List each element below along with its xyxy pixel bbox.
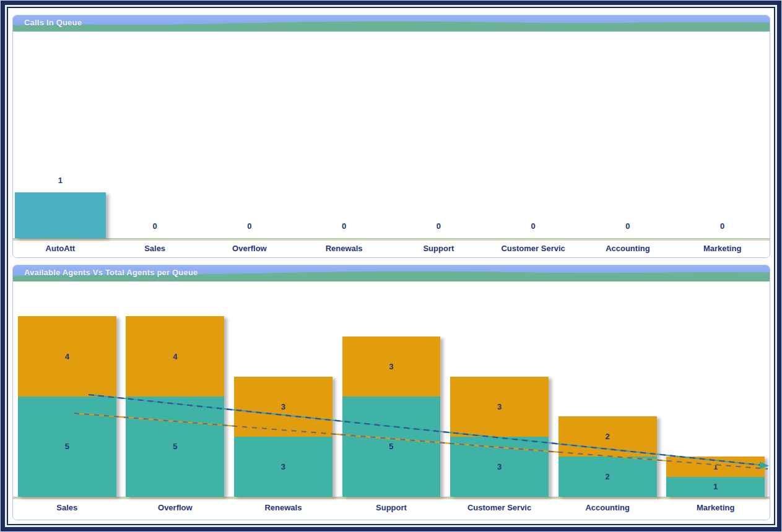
stacked-bar-customer-servic: 33 (450, 377, 549, 497)
segment-available-agents: 2 (558, 457, 657, 497)
category-label: AutoAtt (13, 244, 108, 254)
category-slot-renewals: 33Renewals (229, 281, 337, 520)
segment-total-agents: 3 (450, 377, 549, 437)
bar-autoatt (15, 192, 106, 238)
stacked-bar-marketing: 11 (666, 457, 765, 497)
value-label: 0 (486, 221, 581, 231)
category-label: Support (391, 244, 486, 254)
category-slot-renewals: 0Renewals (297, 32, 391, 257)
category-slot-support: 35Support (337, 281, 446, 520)
category-slot-marketing: 11Marketing (661, 281, 770, 520)
category-slot-accounting: 22Accounting (554, 281, 662, 520)
stacked-bar-accounting: 22 (558, 416, 657, 497)
category-label: Marketing (661, 503, 770, 513)
segment-available-agents: 5 (342, 397, 441, 497)
category-label: Sales (108, 244, 202, 254)
category-label: Customer Servic (445, 503, 554, 513)
segment-available-agents: 3 (450, 437, 549, 497)
segment-total-agents: 1 (666, 457, 765, 476)
stacked-bar-sales: 45 (18, 316, 116, 497)
category-slot-sales: 0Sales (108, 32, 202, 257)
panel-calls-in-queue: Calls In Queue 1AutoAtt0Sales0Overflow0R… (12, 15, 770, 258)
category-slot-marketing: 0Marketing (675, 32, 770, 257)
dashboard-window: Calls In Queue 1AutoAtt0Sales0Overflow0R… (1, 1, 781, 531)
category-label: Sales (13, 503, 121, 513)
category-slot-accounting: 0Accounting (581, 32, 676, 257)
value-label: 0 (581, 221, 676, 231)
segment-available-agents: 3 (234, 437, 332, 497)
stacked-bar-renewals: 33 (234, 377, 332, 497)
segment-total-agents: 3 (234, 377, 332, 437)
category-label: Overflow (202, 244, 297, 254)
panel-title-calls-in-queue: Calls In Queue (24, 18, 82, 27)
category-label: Renewals (229, 503, 337, 513)
panel-calls-in-queue-header: Calls In Queue (13, 15, 770, 32)
segment-available-agents: 1 (666, 477, 765, 497)
category-label: Support (337, 503, 446, 513)
panel-title-agents-per-queue: Available Agents Vs Total Agents per Que… (24, 268, 198, 277)
segment-total-agents: 3 (342, 337, 441, 397)
value-label: 0 (108, 221, 202, 231)
category-label: Accounting (581, 244, 676, 254)
panel-agents-per-queue: Available Agents Vs Total Agents per Que… (12, 265, 770, 520)
stacked-bar-support: 35 (342, 337, 441, 497)
segment-total-agents: 2 (558, 416, 657, 457)
calls-in-queue-chart: 1AutoAtt0Sales0Overflow0Renewals0Support… (13, 32, 770, 257)
value-label: 0 (391, 221, 486, 231)
category-label: Overflow (121, 503, 230, 513)
segment-available-agents: 5 (18, 397, 116, 497)
category-slot-customer-servic: 33Customer Servic (445, 281, 554, 520)
category-label: Customer Servic (486, 244, 581, 254)
category-slot-autoatt: 1AutoAtt (13, 32, 108, 257)
stacked-bar-overflow: 45 (126, 316, 224, 497)
category-label: Accounting (554, 503, 662, 513)
category-slot-support: 0Support (391, 32, 486, 257)
category-label: Marketing (675, 244, 770, 254)
dashboard-content: Calls In Queue 1AutoAtt0Sales0Overflow0R… (8, 8, 774, 524)
category-label: Renewals (297, 244, 391, 254)
value-label: 0 (202, 221, 297, 231)
segment-total-agents: 4 (18, 316, 116, 397)
agents-per-queue-chart: 45Sales45Overflow33Renewals35Support33Cu… (13, 281, 770, 520)
value-label: 0 (297, 221, 391, 231)
value-label: 1 (13, 176, 108, 186)
category-slot-overflow: 45Overflow (121, 281, 230, 520)
category-slot-customer-servic: 0Customer Servic (486, 32, 581, 257)
category-slot-overflow: 0Overflow (202, 32, 297, 257)
value-label: 0 (675, 221, 770, 231)
header-wave-decoration (13, 15, 770, 32)
segment-available-agents: 5 (126, 397, 224, 497)
category-slot-sales: 45Sales (13, 281, 121, 520)
panel-agents-per-queue-header: Available Agents Vs Total Agents per Que… (13, 265, 770, 281)
segment-total-agents: 4 (126, 316, 224, 397)
